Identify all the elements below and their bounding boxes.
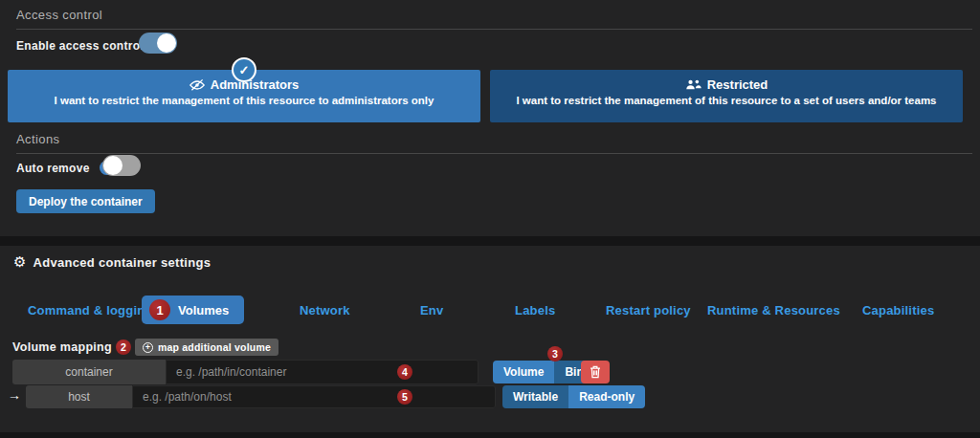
settings-tab-bar: Command & logging 1 Volumes Network Env … <box>0 296 980 324</box>
selected-check-icon: ✓ <box>232 57 256 82</box>
step-badge-1: 1 <box>149 299 170 320</box>
administrators-subtitle: I want to restrict the management of thi… <box>8 95 480 106</box>
container-path-input[interactable] <box>166 360 479 384</box>
trash-icon <box>590 365 601 379</box>
access-option-restricted[interactable]: Restricted I want to restrict the manage… <box>490 70 963 122</box>
access-control-panel: Access control Enable access control ? ✓… <box>0 0 980 236</box>
users-icon <box>685 78 702 91</box>
plus-icon: + <box>143 342 153 353</box>
access-control-heading: Access control <box>16 8 972 30</box>
map-additional-volume-button[interactable]: + map additional volume <box>135 339 278 356</box>
host-addon-label: host <box>26 385 132 408</box>
volume-mapping-label: Volume mapping <box>12 340 112 354</box>
remove-volume-button[interactable] <box>581 361 610 383</box>
advanced-settings-title: Advanced container settings <box>33 255 211 270</box>
writable-button[interactable]: Writable <box>502 385 568 408</box>
toggle-knob <box>157 33 176 53</box>
tab-command-logging[interactable]: Command & logging <box>28 303 153 318</box>
container-addon-label: container <box>12 360 166 384</box>
toggle-knob <box>103 156 122 175</box>
step-badge-4: 4 <box>397 364 412 380</box>
actions-heading: Actions <box>16 132 972 154</box>
administrators-title: Administrators <box>211 77 299 92</box>
tab-volumes-label: Volumes <box>178 303 229 318</box>
gear-icon: ⚙ <box>13 253 26 271</box>
tab-volumes[interactable]: 1 Volumes <box>142 296 244 324</box>
advanced-settings-panel: ⚙ Advanced container settings Command & … <box>0 246 980 432</box>
tab-restart-policy[interactable]: Restart policy <box>606 303 691 318</box>
mapping-arrow-icon: → <box>8 387 21 403</box>
access-option-administrators[interactable]: ✓ Administrators I want to restrict the … <box>8 70 480 122</box>
auto-remove-toggle[interactable] <box>102 155 141 176</box>
map-additional-volume-label: map additional volume <box>158 341 271 353</box>
restricted-title: Restricted <box>707 77 768 92</box>
enable-access-control-toggle[interactable] <box>139 33 177 54</box>
step-badge-3: 3 <box>547 346 563 361</box>
auto-remove-label: Auto remove <box>16 162 90 175</box>
deploy-container-button[interactable]: Deploy the container <box>16 189 155 213</box>
tab-network[interactable]: Network <box>300 303 350 318</box>
tab-capabilities[interactable]: Capabilities <box>862 303 934 318</box>
tab-labels[interactable]: Labels <box>515 303 555 318</box>
tab-runtime-resources[interactable]: Runtime & Resources <box>707 303 840 318</box>
step-badge-5: 5 <box>397 389 412 405</box>
eye-slash-icon <box>189 78 205 92</box>
read-only-button[interactable]: Read-only <box>568 385 645 408</box>
host-path-input[interactable] <box>132 385 496 408</box>
restricted-subtitle: I want to restrict the management of thi… <box>490 95 963 106</box>
enable-access-control-label: Enable access control <box>16 39 144 53</box>
tab-env[interactable]: Env <box>420 303 443 318</box>
step-badge-2: 2 <box>116 339 131 355</box>
volume-type-button[interactable]: Volume <box>493 361 554 383</box>
